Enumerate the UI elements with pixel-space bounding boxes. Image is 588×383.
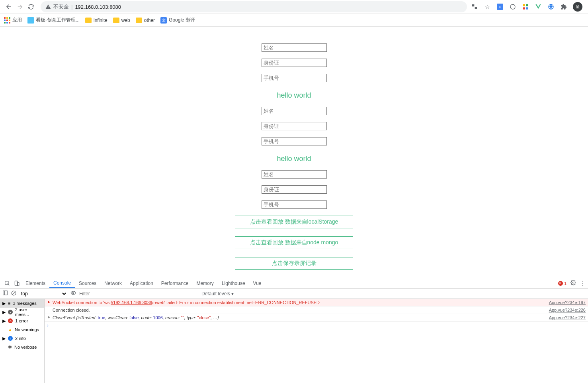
circle-ext-icon[interactable] <box>509 3 516 10</box>
hello-text-1: hello world <box>277 91 311 100</box>
side-verbose[interactable]: ✱No verbose <box>0 343 44 352</box>
bookmark-translate[interactable]: 文 Google 翻译 <box>160 17 195 24</box>
id-input-2[interactable] <box>262 122 327 130</box>
hello-text-2: hello world <box>277 155 311 163</box>
svg-rect-8 <box>27 17 34 24</box>
tab-console[interactable]: Console <box>49 278 75 288</box>
tab-elements[interactable]: Elements <box>21 278 49 288</box>
svg-rect-3 <box>523 4 525 6</box>
google-translate-icon[interactable]: G <box>496 3 504 10</box>
save-record-button[interactable]: 点击保存录屏记录 <box>235 257 353 270</box>
console-log-line[interactable]: Connection closed. App.vue?234e:226 <box>45 306 588 314</box>
console-prompt[interactable]: › <box>45 322 588 329</box>
tab-vue[interactable]: Vue <box>249 278 266 288</box>
phone-input-1[interactable] <box>262 74 327 82</box>
svg-point-19 <box>72 292 74 294</box>
id-input-3[interactable] <box>262 185 327 194</box>
page-icon <box>27 17 34 24</box>
tab-performance[interactable]: Performance <box>157 278 193 288</box>
bookmark-web[interactable]: web <box>113 18 130 23</box>
phone-input-2[interactable] <box>262 137 327 145</box>
console-object-line[interactable]: CloseEvent {isTrusted: true, wasClean: f… <box>45 314 588 322</box>
side-warnings[interactable]: ▲No warnings <box>0 325 44 334</box>
error-source-link[interactable]: App.vue?234e:197 <box>545 300 586 305</box>
replay-localstorage-button[interactable]: 点击查看回放 数据来自localStorage <box>235 216 353 228</box>
apps-icon <box>4 17 10 24</box>
svg-rect-5 <box>523 7 525 9</box>
apps-shortcut[interactable]: 应用 <box>4 17 22 24</box>
page-content: hello world hello world 点击查看回放 数据来自local… <box>0 27 588 278</box>
reload-button[interactable] <box>25 1 37 12</box>
translate-ext-icon[interactable] <box>471 3 478 10</box>
svg-point-2 <box>510 4 515 9</box>
extensions-menu-icon[interactable] <box>560 3 567 10</box>
vue-ext-icon[interactable] <box>535 3 542 10</box>
settings-icon[interactable] <box>570 280 576 287</box>
side-errors[interactable]: ▶✕1 error <box>0 316 44 325</box>
name-input-3[interactable] <box>262 170 327 179</box>
bookmark-kanban[interactable]: 看板-创意工作管理... <box>27 17 80 24</box>
log-source-link[interactable]: App.vue?234e:226 <box>545 308 586 312</box>
more-icon[interactable]: ⋮ <box>580 280 586 287</box>
name-input-2[interactable] <box>262 107 327 115</box>
insecure-icon <box>45 4 51 10</box>
bookmark-other[interactable]: other <box>136 18 155 23</box>
side-messages[interactable]: ▶≡3 messages <box>0 299 44 308</box>
forward-button[interactable] <box>14 1 25 12</box>
address-bar[interactable]: 不安全 | 192.168.0.103:8080 <box>41 1 467 12</box>
context-select[interactable]: top <box>20 291 67 297</box>
svg-rect-15 <box>3 291 8 295</box>
svg-text:G: G <box>499 5 501 9</box>
svg-line-18 <box>12 291 16 295</box>
inspect-element-icon[interactable] <box>2 278 12 288</box>
tab-memory[interactable]: Memory <box>193 278 218 288</box>
replay-mongo-button[interactable]: 点击查看回放 数据来自node mongo <box>235 236 353 249</box>
folder-icon <box>136 18 142 23</box>
svg-rect-6 <box>526 7 528 9</box>
side-user-messages[interactable]: ▶•2 user mess... <box>0 308 44 316</box>
filter-input[interactable] <box>79 291 195 297</box>
name-input-1[interactable] <box>262 43 327 52</box>
folder-icon <box>113 18 119 23</box>
sidebar-toggle-icon[interactable] <box>2 290 8 297</box>
tab-application[interactable]: Application <box>126 278 157 288</box>
tab-network[interactable]: Network <box>100 278 126 288</box>
device-toggle-icon[interactable] <box>12 278 21 288</box>
tab-sources[interactable]: Sources <box>75 278 100 288</box>
globe-ext-icon[interactable] <box>547 3 555 10</box>
bookmark-star-icon[interactable]: ☆ <box>484 3 491 10</box>
console-error-line[interactable]: WebSocket connection to 'ws://192.168.1.… <box>45 299 588 306</box>
url-text: 192.168.0.103:8080 <box>75 4 121 10</box>
svg-rect-4 <box>526 4 528 6</box>
profile-avatar[interactable]: 坚 <box>573 2 582 12</box>
phone-input-3[interactable] <box>262 200 327 209</box>
tab-lighthouse[interactable]: Lighthouse <box>218 278 249 288</box>
svg-point-14 <box>572 282 574 283</box>
object-source-link[interactable]: App.vue?234e:227 <box>545 315 586 320</box>
insecure-label: 不安全 <box>53 3 69 10</box>
live-expression-icon[interactable] <box>70 290 76 297</box>
back-button[interactable] <box>3 1 14 12</box>
folder-icon <box>85 18 92 23</box>
bookmark-infinite[interactable]: infinite <box>85 18 107 23</box>
devtools-panel: Elements Console Sources Network Applica… <box>0 278 588 383</box>
id-input-1[interactable] <box>262 59 327 67</box>
grid-ext-icon[interactable] <box>522 3 529 10</box>
error-count-badge[interactable]: ✕1 <box>558 281 567 286</box>
svg-text:文: 文 <box>162 18 166 22</box>
clear-console-icon[interactable] <box>11 291 16 297</box>
log-levels-select[interactable]: Default levels ▾ <box>198 291 234 297</box>
translate-icon: 文 <box>160 17 167 24</box>
side-info[interactable]: ▶i2 info <box>0 334 44 343</box>
